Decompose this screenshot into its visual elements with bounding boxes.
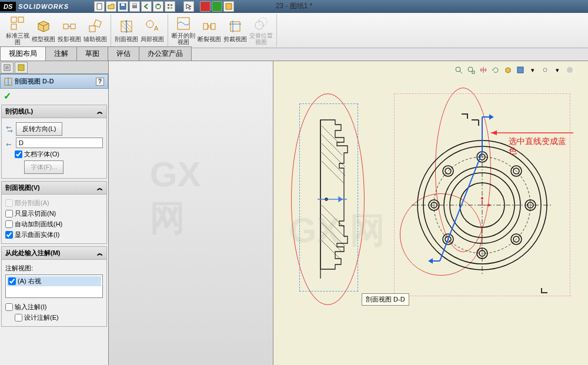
svg-rect-8 [168, 7, 169, 9]
auto-hatch-label[interactable]: 自动加剖面线(H) [5, 220, 62, 229]
svg-rect-12 [18, 17, 24, 22]
partial-section-label: 部分剖面(A) [5, 199, 49, 207]
help-button[interactable]: ? [96, 78, 104, 86]
projected-view-button[interactable]: 投影视图 [56, 14, 82, 46]
view-label-tooltip: 剖面视图 D-D [362, 293, 409, 306]
ribbon: 标准三视图 模型视图 投影视图 辅助视图 剖面视图 A局部视图 断开的剖视图 断… [0, 13, 588, 48]
zoom-area-icon[interactable] [466, 65, 476, 75]
panel-title: 剖面视图 D-D [15, 77, 54, 86]
collapse-icon[interactable]: ︽ [97, 108, 103, 116]
auxiliary-view-button[interactable]: 辅助视图 [82, 14, 108, 46]
crop-view-button[interactable]: 剪裁视图 [222, 14, 248, 46]
svg-rect-2 [121, 4, 125, 6]
import-annot-label[interactable]: 输入注解(I) [5, 303, 46, 312]
new-icon[interactable] [94, 1, 105, 12]
doc-font-checkbox-label[interactable]: 文档字体(O) [15, 150, 59, 159]
reverse-direction-button[interactable]: 反转方向(L) [16, 122, 62, 136]
section-view-icon [4, 78, 12, 86]
only-surface-label[interactable]: 只显示切面(N) [5, 209, 56, 218]
property-manager-panel: 剖面视图 D-D ? ✓ 剖切线(L)︽ 反转方向(L) 文档字体(O) [0, 61, 109, 365]
standard-3view-button[interactable]: 标准三视图 [5, 14, 31, 46]
svg-rect-28 [18, 65, 24, 71]
undo-icon[interactable] [141, 1, 152, 12]
svg-rect-33 [517, 67, 523, 73]
app-logo-icon: DS [0, 2, 16, 11]
svg-rect-0 [97, 4, 102, 9]
ribbon-tabs: 视图布局 注解 草图 评估 办公室产品 [0, 48, 588, 61]
3d-view-icon[interactable] [503, 65, 513, 75]
title-bar: DS SOLIDWORKS 23 - 图纸1 * [0, 0, 588, 13]
section-label-input[interactable] [16, 138, 103, 148]
svg-rect-14 [64, 24, 68, 29]
property-tab-icon[interactable] [15, 62, 28, 73]
more-icon[interactable]: ▾ [552, 65, 563, 75]
design-annot-label[interactable]: 设计注解(E) [15, 313, 59, 322]
model-view-button[interactable]: 模型视图 [31, 14, 56, 46]
design-annot-checkbox[interactable] [15, 314, 22, 322]
document-title: 23 - 图纸1 * [276, 1, 313, 11]
traffic-green-icon[interactable] [212, 1, 222, 12]
quick-access-toolbar [94, 0, 234, 13]
close-canvas-icon[interactable] [564, 65, 575, 75]
link-icon[interactable] [540, 65, 550, 75]
svg-point-35 [325, 198, 328, 200]
svg-rect-15 [71, 24, 75, 29]
svg-rect-7 [171, 4, 172, 6]
rotate-icon[interactable] [490, 65, 501, 75]
drawing-canvas[interactable]: ▾ ▾ [273, 61, 588, 365]
tab-office[interactable]: 办公室产品 [139, 46, 192, 61]
app-brand: SOLIDWORKS [18, 3, 69, 10]
layer-icon[interactable] [223, 1, 234, 12]
svg-rect-22 [203, 24, 208, 29]
display-style-icon[interactable] [515, 65, 526, 75]
tab-sketch[interactable]: 草图 [76, 46, 108, 61]
feature-tree-tab-icon[interactable] [1, 62, 14, 73]
only-surface-checkbox[interactable] [5, 210, 13, 217]
tab-view-layout[interactable]: 视图布局 [0, 46, 46, 61]
auto-hatch-checkbox[interactable] [5, 220, 13, 228]
import-annot-section: 从此处输入注解(M)︽ 注解视图: (A) 右视 输入注解(I) 设计注解(E) [1, 246, 107, 327]
break-view-button[interactable]: 断裂视图 [196, 14, 222, 46]
show-surface-checkbox[interactable] [5, 231, 13, 239]
select-icon[interactable] [183, 1, 194, 12]
font-button: 字体(F)... [24, 160, 64, 174]
detail-view-button[interactable]: A局部视图 [139, 14, 165, 46]
partial-section-checkbox [5, 199, 13, 207]
list-item[interactable]: (A) 右视 [7, 276, 101, 286]
panel-header: 剖面视图 D-D ? [0, 74, 108, 89]
svg-point-26 [259, 18, 267, 26]
confirm-row: ✓ [0, 89, 108, 103]
annot-view-list[interactable]: (A) 右视 [5, 274, 103, 298]
rebuild-icon[interactable] [153, 1, 163, 12]
hide-show-icon[interactable]: ▾ [527, 65, 538, 75]
section-view-drawing [303, 117, 356, 282]
svg-rect-16 [89, 26, 95, 32]
open-icon[interactable] [106, 1, 116, 12]
options-icon[interactable] [165, 1, 175, 12]
print-icon[interactable] [129, 1, 140, 12]
zoom-fit-icon[interactable] [453, 65, 464, 75]
collapse-icon[interactable]: ︽ [97, 249, 103, 257]
flip-icon [5, 125, 14, 133]
ok-check-icon[interactable]: ✓ [4, 91, 11, 101]
svg-point-19 [146, 21, 153, 28]
svg-point-56 [443, 166, 453, 176]
svg-rect-32 [472, 71, 475, 73]
broken-out-section-button[interactable]: 断开的剖视图 [171, 14, 196, 46]
doc-font-checkbox[interactable] [15, 150, 22, 158]
right-view-checkbox[interactable] [8, 277, 16, 285]
collapse-icon[interactable]: ︽ [97, 184, 103, 192]
import-annot-title: 从此处输入注解(M) [5, 249, 61, 257]
tab-evaluate[interactable]: 评估 [108, 46, 139, 61]
traffic-red-icon[interactable] [200, 1, 211, 12]
cutline-title: 剖切线(L) [5, 107, 33, 116]
import-annot-checkbox[interactable] [5, 303, 13, 311]
save-icon[interactable] [118, 1, 128, 12]
section-view-button[interactable]: 剖面视图 [113, 14, 139, 46]
tab-annotation[interactable]: 注解 [45, 46, 77, 61]
pan-icon[interactable] [478, 65, 489, 75]
sectionview-title: 剖面视图(V) [5, 183, 40, 192]
label-icon [5, 139, 14, 147]
show-surface-label[interactable]: 显示曲面实体(I) [5, 230, 59, 239]
cutline-section: 剖切线(L)︽ 反转方向(L) 文档字体(O) 字体(F)... [1, 105, 107, 179]
